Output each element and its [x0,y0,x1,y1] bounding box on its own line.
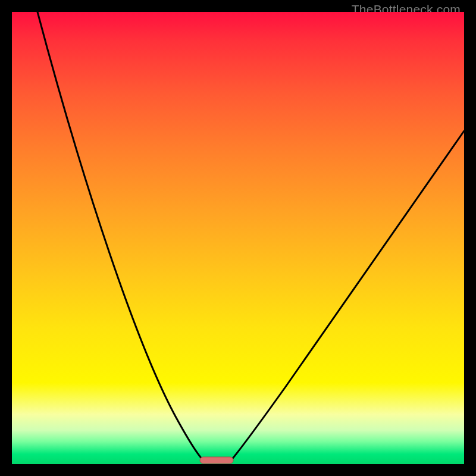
chart-container: TheBottleneck.com [0,0,476,476]
plot-area [12,12,464,464]
curve-right [231,131,464,461]
curve-left [37,12,203,461]
marker-bar [200,457,233,464]
curve-overlay [12,12,464,464]
